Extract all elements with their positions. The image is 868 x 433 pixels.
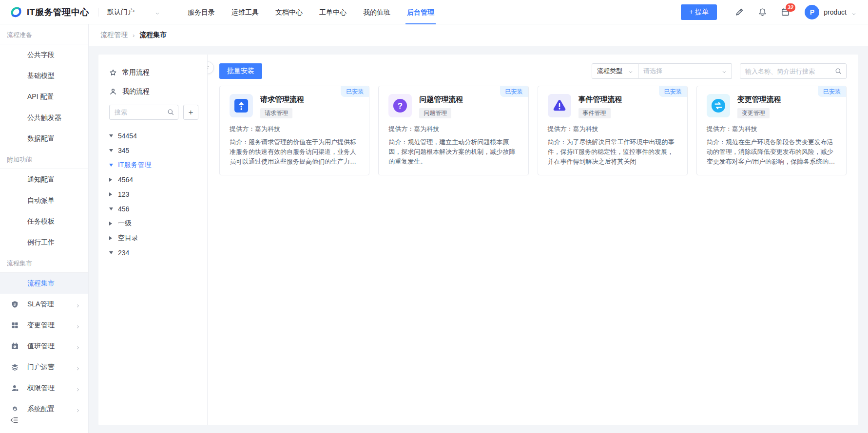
flow-card-provider: 提供方：嘉为科技 bbox=[388, 125, 518, 133]
todo-calendar-icon[interactable]: 32 bbox=[780, 7, 790, 17]
sidebar-item[interactable]: 公共字段 bbox=[0, 44, 88, 65]
add-folder-button[interactable]: + bbox=[183, 105, 198, 120]
sidebar-groups: 流程准备公共字段基础模型API 配置公共触发器数据配置附加功能通知配置自动派单任… bbox=[0, 24, 88, 419]
tree-node[interactable]: 4564 bbox=[109, 172, 198, 187]
breadcrumb: 流程管理 › 流程集市 bbox=[89, 24, 868, 46]
flow-card[interactable]: 已安装 事件管理流程 事件管理 提供方：嘉为科技 简介：为了尽快解决日常工作环境… bbox=[538, 86, 688, 175]
flow-search bbox=[740, 63, 847, 79]
tree-collapsed-icon[interactable] bbox=[109, 178, 118, 182]
quick-link-common-flows[interactable]: 常用流程 bbox=[109, 66, 198, 79]
user-menu[interactable]: P product bbox=[805, 5, 856, 19]
flow-card-provider: 提供方：嘉为科技 bbox=[230, 125, 359, 133]
user-name: product bbox=[824, 8, 847, 16]
sidebar-item[interactable]: 例行工作 bbox=[0, 232, 88, 253]
sidebar-item-label: 公共字段 bbox=[27, 51, 55, 59]
chevron-down-icon bbox=[722, 69, 727, 74]
tree-search-row: + bbox=[109, 105, 198, 120]
flow-type-select[interactable]: 流程类型 bbox=[592, 63, 638, 79]
flow-type-select-value: 流程类型 bbox=[597, 67, 622, 75]
sidebar-item-label: 公共触发器 bbox=[27, 113, 61, 122]
submit-ticket-button[interactable]: + 提单 bbox=[681, 4, 717, 20]
sidebar-item-label: 流程集市 bbox=[27, 279, 55, 288]
tree-node-label: 4564 bbox=[118, 176, 133, 184]
nav-item-4[interactable]: 我的值班 bbox=[355, 0, 399, 24]
tree-node[interactable]: 234 bbox=[109, 245, 198, 260]
top-navbar: IT服务管理中心 默认门户 服务目录运维工具文档中心工单中心我的值班后台管理 +… bbox=[0, 0, 868, 24]
flow-card-description: 简介：服务请求管理的价值在于为用户提供标准服务的快速有效的自服务访问渠道，业务人… bbox=[230, 137, 359, 166]
sidebar-item[interactable]: 流程集市 bbox=[0, 273, 88, 294]
tree-node[interactable]: 345 bbox=[109, 143, 198, 158]
flow-type-value-select[interactable]: 请选择 bbox=[638, 63, 732, 79]
sidebar-item[interactable]: 权限管理 bbox=[0, 377, 88, 398]
tree-collapsed-icon[interactable] bbox=[109, 236, 118, 240]
sidebar-item[interactable]: SLA管理 bbox=[0, 294, 88, 315]
tree-collapsed-icon[interactable] bbox=[109, 192, 118, 196]
nav-item-1[interactable]: 运维工具 bbox=[223, 0, 267, 24]
chevron-down-icon bbox=[155, 10, 160, 15]
nav-item-2[interactable]: 文档中心 bbox=[267, 0, 311, 24]
toolbar: 批量安装 流程类型 请选择 bbox=[219, 63, 847, 79]
sidebar-item[interactable]: 数据配置 bbox=[0, 128, 88, 149]
flow-tree-panel: 常用流程 我的流程 + 54454345IT服务管理4564123456一级空目… bbox=[98, 55, 208, 425]
breadcrumb-separator: › bbox=[133, 32, 135, 39]
tree-collapsed-icon[interactable] bbox=[109, 222, 118, 226]
sla-icon bbox=[11, 300, 19, 308]
flow-card[interactable]: 已安装 请求管理流程 请求管理 提供方：嘉为科技 简介：服务请求管理的价值在于为… bbox=[219, 86, 369, 175]
nav-item-3[interactable]: 工单中心 bbox=[311, 0, 355, 24]
calendar-clock-icon bbox=[11, 342, 19, 350]
sidebar-item[interactable]: 门户运营 bbox=[0, 357, 88, 377]
flow-card-description: 简介：规范管理，建立主动分析问题根本原因，探求问题根本解决方案的机制，减少故障的… bbox=[388, 137, 518, 166]
layers-icon bbox=[11, 363, 19, 371]
quick-link-label: 常用流程 bbox=[122, 68, 150, 77]
tree-expanded-icon[interactable] bbox=[109, 164, 118, 167]
nav-item-0[interactable]: 服务目录 bbox=[179, 0, 223, 24]
chevron-right-icon bbox=[76, 407, 80, 412]
sidebar-item-label: 基础模型 bbox=[27, 72, 55, 80]
panel-collapse-button[interactable] bbox=[208, 61, 214, 74]
sidebar-item[interactable]: 任务模板 bbox=[0, 211, 88, 232]
flow-card-title: 事件管理流程 bbox=[579, 95, 622, 104]
tree-node-label: 234 bbox=[118, 249, 129, 257]
sidebar-item[interactable]: API 配置 bbox=[0, 86, 88, 107]
sidebar-collapse-icon[interactable] bbox=[10, 415, 19, 425]
quick-link-my-flows[interactable]: 我的流程 bbox=[109, 85, 198, 98]
app-title: IT服务管理中心 bbox=[27, 6, 89, 18]
nav-item-5[interactable]: 后台管理 bbox=[399, 0, 443, 24]
sidebar-item[interactable]: 通知配置 bbox=[0, 169, 88, 190]
main-nav: 服务目录运维工具文档中心工单中心我的值班后台管理 bbox=[179, 0, 443, 24]
portal-select[interactable]: 默认门户 bbox=[107, 8, 160, 17]
flow-card[interactable]: 已安装 变更管理流程 变更管理 提供方：嘉为科技 简介：规范在生产环境各阶段各类… bbox=[696, 86, 847, 175]
tree-node[interactable]: 空目录 bbox=[109, 231, 198, 245]
sidebar-item-label: 通知配置 bbox=[27, 175, 55, 184]
tree-expanded-icon[interactable] bbox=[109, 134, 118, 137]
content-area: 流程管理 › 流程集市 常用流程 我的流程 bbox=[89, 24, 868, 433]
bell-icon[interactable] bbox=[757, 7, 767, 17]
sidebar-item[interactable]: 变更管理 bbox=[0, 315, 88, 336]
tree-expanded-icon[interactable] bbox=[109, 251, 118, 254]
sidebar-item-label: 值班管理 bbox=[27, 342, 55, 351]
flow-card[interactable]: 已安装 ? 问题管理流程 问题管理 提供方：嘉为科技 简介：规范管理，建立主动分… bbox=[378, 86, 528, 175]
edit-icon[interactable] bbox=[734, 7, 744, 17]
sidebar-item[interactable]: 公共触发器 bbox=[0, 107, 88, 128]
tree-node[interactable]: 54454 bbox=[109, 129, 198, 143]
flow-card-description: 简介：规范在生产环境各阶段各类变更发布活动的管理，消除或降低变更发布的风险，减少… bbox=[707, 137, 836, 166]
bulk-install-button[interactable]: 批量安装 bbox=[219, 63, 262, 79]
sidebar-item[interactable]: 自动派单 bbox=[0, 190, 88, 211]
avatar: P bbox=[805, 5, 819, 19]
breadcrumb-parent[interactable]: 流程管理 bbox=[100, 31, 128, 39]
tree-node[interactable]: IT服务管理 bbox=[109, 158, 198, 172]
tree-expanded-icon[interactable] bbox=[109, 149, 118, 152]
tree-node[interactable]: 456 bbox=[109, 202, 198, 216]
sidebar-group-title: 流程集市 bbox=[0, 253, 88, 273]
sidebar-group-title: 流程准备 bbox=[0, 24, 88, 44]
workspace-panel: 常用流程 我的流程 + 54454345IT服务管理4564123456一级空目… bbox=[98, 55, 858, 425]
flow-search-input[interactable] bbox=[740, 63, 847, 79]
tree-node-label: 空目录 bbox=[118, 234, 138, 243]
sidebar-group-title: 附加功能 bbox=[0, 149, 88, 169]
tree-node[interactable]: 123 bbox=[109, 187, 198, 202]
sidebar-item[interactable]: 值班管理 bbox=[0, 336, 88, 357]
tree-expanded-icon[interactable] bbox=[109, 207, 118, 210]
sidebar-item[interactable]: 基础模型 bbox=[0, 65, 88, 86]
notification-badge: 32 bbox=[786, 3, 795, 12]
tree-node[interactable]: 一级 bbox=[109, 216, 198, 231]
